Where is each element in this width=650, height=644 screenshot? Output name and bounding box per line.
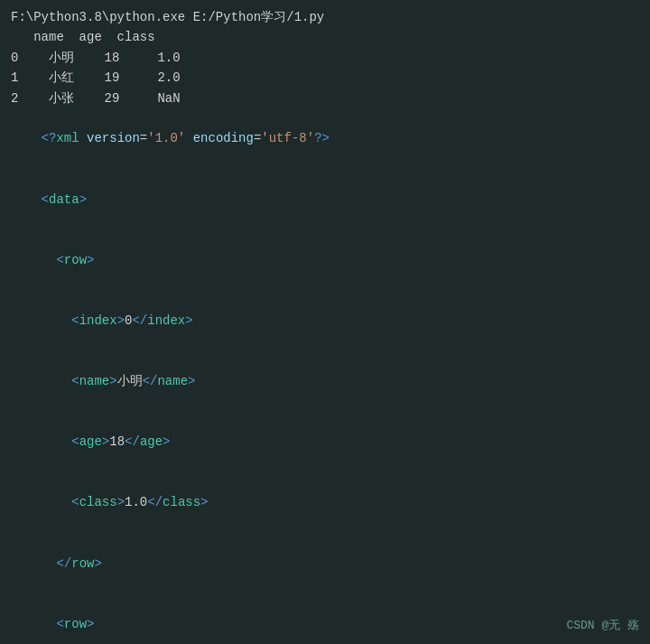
xml-decl-version-val: '1.0' — [147, 131, 185, 145]
table-row-1: 1 小红 19 2.0 — [11, 68, 639, 88]
terminal-window: F:\Python3.8\python.exe E:/Python学习/1.py… — [0, 0, 650, 644]
xml-row0-open: <row> — [11, 229, 639, 290]
path-line: F:\Python3.8\python.exe E:/Python学习/1.py — [11, 7, 639, 27]
xml-decl-version-attr: version — [87, 131, 140, 145]
xml-data-open: <data> — [11, 169, 639, 229]
xml-row1-open: <row> — [11, 593, 639, 644]
xml-row0-close: </row> — [11, 533, 639, 593]
xml-decl-name: xml — [56, 131, 79, 145]
xml-age0: <age>18</age> — [11, 412, 639, 472]
xml-index0: <index>0</index> — [11, 290, 639, 350]
table-header: name age class — [11, 27, 639, 47]
xml-decl-open: <? — [42, 131, 57, 145]
xml-decl-encoding-val: 'utf-8' — [261, 131, 314, 145]
table-row-0: 0 小明 18 1.0 — [11, 48, 639, 68]
xml-class0: <class>1.0</class> — [11, 472, 639, 533]
xml-decl-encoding-attr: encoding — [193, 131, 254, 145]
table-row-2: 2 小张 29 NaN — [11, 89, 639, 108]
xml-name0: <name>小明</name> — [11, 351, 639, 412]
csdn-watermark: CSDN @无 殇 — [566, 617, 639, 633]
xml-declaration: <?xml version='1.0' encoding='utf-8'?> — [11, 108, 639, 169]
xml-decl-close: ?> — [314, 131, 330, 145]
